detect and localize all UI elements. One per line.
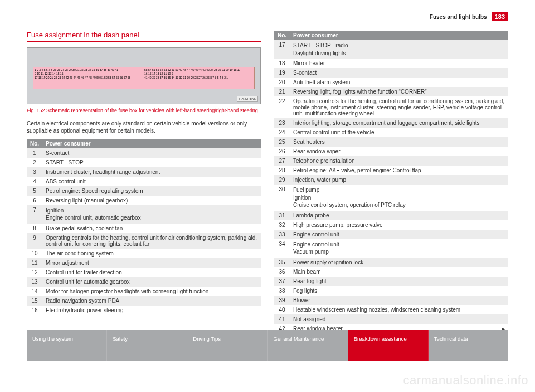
cell-consumer: START - STOP xyxy=(42,158,261,167)
figure-caption: Fig. 152 Schematic representation of the… xyxy=(27,108,261,114)
page-number: 183 xyxy=(492,12,508,21)
table-row: 6Reversing light (manual gearbox) xyxy=(27,196,261,205)
cell-consumer: Power supply of ignition lock xyxy=(290,258,508,267)
cell-consumer: ABS control unit xyxy=(42,177,261,186)
table-row: 11Mirror adjustment xyxy=(27,258,261,268)
cell-no: 7 xyxy=(27,205,42,224)
th-no: No. xyxy=(274,31,290,40)
fuse-block-left: 1 2 3 4 5 6 7 8 25 26 27 28 29 30 31 32 … xyxy=(33,67,145,89)
th-no: No. xyxy=(27,139,42,148)
cell-consumer: Operating controls for the heating, cont… xyxy=(290,96,508,118)
cell-no: 17 xyxy=(274,40,290,59)
cell-no: 34 xyxy=(274,239,290,258)
table-row: 12Control unit for trailer detection xyxy=(27,268,261,277)
cell-no: 12 xyxy=(27,268,42,277)
fuse-row: 58 57 56 55 54 53 52 51 50 49 48 47 46 4… xyxy=(144,69,253,71)
cell-no: 32 xyxy=(274,220,290,230)
cell-no: 10 xyxy=(27,249,42,258)
header-title: Fuses and light bulbs xyxy=(430,14,487,20)
cell-no: 13 xyxy=(27,277,42,287)
table-row: 1S-contact xyxy=(27,148,261,158)
table-row: 31Lambda probe xyxy=(274,211,508,220)
nav-item[interactable]: General Maintenance xyxy=(268,330,348,361)
cell-no: 39 xyxy=(274,296,290,305)
fuse-table-right: No. Power consumer 17START - STOP - radi… xyxy=(274,31,508,333)
table-row: 41Not assigned xyxy=(274,314,508,324)
cell-no: 26 xyxy=(274,147,290,156)
nav-item[interactable]: Breakdown assistance xyxy=(348,330,429,361)
fuse-block-right: 58 57 56 55 54 53 52 51 50 49 48 47 46 4… xyxy=(143,67,255,89)
cell-consumer: S-contact xyxy=(290,68,508,78)
intro-text: Certain electrical components are only s… xyxy=(27,120,261,134)
fuse-row: 16 15 14 13 12 11 10 9 xyxy=(144,72,253,75)
table-row: 14Motor for halogen projector headlights… xyxy=(27,287,261,296)
bottom-nav: Using the systemSafetyDriving TipsGenera… xyxy=(27,330,508,361)
cell-no: 22 xyxy=(274,96,290,118)
cell-consumer: Engine control unitVacuum pump xyxy=(290,239,508,258)
cell-consumer: Petrol engine: AKF valve, petrol engine:… xyxy=(290,166,508,175)
cell-no: 20 xyxy=(274,78,290,87)
cell-no: 28 xyxy=(274,166,290,175)
cell-consumer: Central control unit of the vehicle xyxy=(290,128,508,137)
table-row: 15Radio navigation system PDA xyxy=(27,296,261,306)
table-row: 25Seat heaters xyxy=(274,137,508,147)
nav-item[interactable]: Safety xyxy=(107,330,187,361)
cell-no: 40 xyxy=(274,305,290,314)
cell-no: 18 xyxy=(274,59,290,68)
cell-no: 1 xyxy=(27,148,42,158)
cell-no: 23 xyxy=(274,118,290,128)
cell-consumer: Reversing light, fog lights with the fun… xyxy=(290,87,508,96)
cell-no: 21 xyxy=(274,87,290,96)
cell-consumer: High pressure pump, pressure valve xyxy=(290,220,508,230)
cell-no: 33 xyxy=(274,230,290,239)
watermark: carmanualsonline.info xyxy=(403,373,528,388)
figure-label: B5J-0164 xyxy=(237,96,258,102)
nav-item[interactable]: Using the system xyxy=(27,330,107,361)
table-row: 18Mirror heater xyxy=(274,59,508,68)
table-row: 35Power supply of ignition lock xyxy=(274,258,508,267)
cell-consumer: The air conditioning system xyxy=(42,249,261,258)
cell-consumer: Engine control unit xyxy=(290,230,508,239)
cell-consumer: S-contact xyxy=(42,148,261,158)
cell-consumer: Main beam xyxy=(290,267,508,277)
cell-consumer: Seat heaters xyxy=(290,137,508,147)
cell-consumer: Heatable windscreen washing nozzles, win… xyxy=(290,305,508,314)
cell-no: 11 xyxy=(27,258,42,268)
table-row: 2START - STOP xyxy=(27,158,261,167)
table-row: 32High pressure pump, pressure valve xyxy=(274,220,508,230)
nav-item[interactable]: Driving Tips xyxy=(187,330,268,361)
table-row: 37Rear fog light xyxy=(274,277,508,286)
cell-no: 2 xyxy=(27,158,42,167)
table-row: 21Reversing light, fog lights with the f… xyxy=(274,87,508,96)
cell-no: 30 xyxy=(274,185,290,211)
cell-consumer: Injection, water pump xyxy=(290,175,508,185)
cell-consumer: Reversing light (manual gearbox) xyxy=(42,196,261,205)
nav-item[interactable]: Technical data xyxy=(429,330,508,361)
right-column: No. Power consumer 17START - STOP - radi… xyxy=(274,31,508,333)
cell-consumer: Control unit for trailer detection xyxy=(42,268,261,277)
fuse-table-left: No. Power consumer 1S-contact2START - ST… xyxy=(27,139,261,315)
cell-consumer: Anti-theft alarm system xyxy=(290,78,508,87)
cell-consumer: Telephone preinstallation xyxy=(290,156,508,166)
table-row: 27Telephone preinstallation xyxy=(274,156,508,166)
table-row: 5Petrol engine: Speed regulating system xyxy=(27,186,261,196)
table-row: 39Blower xyxy=(274,296,508,305)
cell-consumer: Radio navigation system PDA xyxy=(42,296,261,306)
cell-no: 24 xyxy=(274,128,290,137)
table-row: 28Petrol engine: AKF valve, petrol engin… xyxy=(274,166,508,175)
cell-no: 3 xyxy=(27,167,42,177)
fuse-row: 9 10 11 12 13 14 15 16 xyxy=(35,72,143,75)
table-row: 29Injection, water pump xyxy=(274,175,508,185)
cell-no: 36 xyxy=(274,267,290,277)
cell-no: 27 xyxy=(274,156,290,166)
table-row: 30Fuel pumpIgnitionCruise control system… xyxy=(274,185,508,211)
table-row: 23Interior lighting, storage compartment… xyxy=(274,118,508,128)
table-row: 40Heatable windscreen washing nozzles, w… xyxy=(274,305,508,314)
cell-no: 4 xyxy=(27,177,42,186)
cell-no: 35 xyxy=(274,258,290,267)
table-row: 34Engine control unitVacuum pump xyxy=(274,239,508,258)
table-row: 20Anti-theft alarm system xyxy=(274,78,508,87)
cell-consumer: Blower xyxy=(290,296,508,305)
cell-no: 16 xyxy=(27,306,42,315)
cell-consumer: Mirror heater xyxy=(290,59,508,68)
